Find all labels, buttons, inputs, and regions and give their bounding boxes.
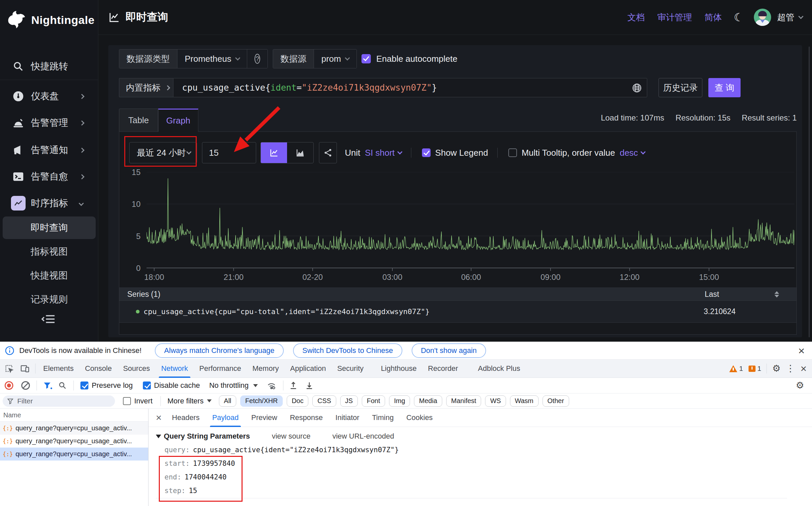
filter-type-other[interactable]: Other [542, 396, 569, 407]
sidebar-item-dashboards[interactable]: 仪表盘 [0, 84, 98, 109]
disable-cache-checkbox[interactable] [143, 382, 151, 390]
tab-sources[interactable]: Sources [117, 359, 155, 378]
request-row[interactable]: {:} query_range?query=cpu_usage_activ... [0, 422, 148, 435]
language-link[interactable]: 简体 [705, 12, 722, 23]
show-legend-checkbox[interactable] [422, 148, 431, 157]
filter-type-font[interactable]: Font [362, 396, 385, 407]
dark-mode-moon-icon[interactable]: ☾ [734, 11, 744, 24]
match-chrome-language-button[interactable]: Always match Chrome's language [155, 343, 284, 358]
network-conditions-icon[interactable] [267, 381, 277, 391]
datasource-help-button[interactable]: ? [247, 50, 268, 68]
settings-gear-icon[interactable]: ⚙ [772, 364, 781, 373]
tab-lighthouse[interactable]: Lighthouse [375, 359, 422, 378]
scrollbar[interactable] [809, 47, 810, 337]
sidebar-item-time-series-metrics[interactable]: 时序指标 [0, 190, 98, 216]
tab-adblock-plus[interactable]: Adblock Plus [472, 359, 526, 378]
tab-memory[interactable]: Memory [247, 359, 284, 378]
chart-plot[interactable] [147, 172, 794, 268]
sidebar-item-alert-selfhealing[interactable]: 告警自愈 [0, 164, 98, 189]
filter-type-all[interactable]: All [219, 396, 236, 407]
network-settings-gear-icon[interactable]: ⚙ [796, 381, 804, 390]
device-toolbar-icon[interactable] [20, 363, 30, 373]
throttling-select[interactable]: No throttling [209, 381, 249, 390]
kebab-menu-icon[interactable]: ⋮ [786, 364, 795, 373]
filter-type-fetchxhr-selected[interactable]: Fetch/XHR [240, 396, 283, 407]
last-column-header[interactable]: Last [705, 290, 719, 299]
query-string-section-header[interactable]: Query String Parameters view source view… [156, 430, 812, 443]
share-button[interactable] [319, 142, 337, 163]
detail-tab-payload-active[interactable]: Payload [206, 409, 245, 427]
network-search-icon[interactable] [58, 381, 67, 390]
datasource-type-select[interactable]: Prometheus [177, 50, 247, 68]
detail-tab-response[interactable]: Response [283, 409, 329, 427]
filter-type-doc[interactable]: Doc [287, 396, 309, 407]
switch-devtools-chinese-button[interactable]: Switch DevTools to Chinese [293, 343, 402, 358]
tab-application[interactable]: Application [284, 359, 331, 378]
tab-console[interactable]: Console [79, 359, 118, 378]
audit-link[interactable]: 审计管理 [658, 12, 692, 23]
tab-table[interactable]: Table [119, 108, 158, 132]
clear-icon[interactable] [21, 381, 30, 390]
builtin-metrics-button[interactable]: 内置指标 [119, 78, 173, 97]
filter-type-css[interactable]: CSS [312, 396, 336, 407]
more-filters-button[interactable]: More filters [167, 397, 204, 405]
issues-badge[interactable]: 1 [748, 364, 761, 372]
view-url-encoded-button[interactable]: view URL-encoded [332, 432, 394, 441]
view-source-button[interactable]: view source [272, 432, 310, 441]
username[interactable]: 超管 [777, 12, 794, 23]
area-chart-toggle[interactable] [287, 143, 313, 163]
tab-graph-active[interactable]: Graph [158, 108, 198, 132]
invert-checkbox[interactable] [123, 397, 131, 405]
filter-type-img[interactable]: Img [389, 396, 410, 407]
filter-type-manifest[interactable]: Manifest [446, 396, 482, 407]
detail-tab-headers[interactable]: Headers [166, 409, 206, 427]
tab-network-active[interactable]: Network [155, 359, 194, 378]
devtools-close-icon[interactable]: × [800, 363, 807, 374]
sidebar-item-quick-jump[interactable]: 快捷跳转 [0, 57, 98, 76]
avatar[interactable] [754, 9, 771, 26]
nightingale-logo[interactable]: Nightingale [4, 8, 95, 32]
multi-tooltip-checkbox[interactable] [508, 148, 517, 157]
globe-icon[interactable] [632, 83, 642, 93]
filter-funnel-icon[interactable] [43, 381, 52, 390]
chevron-down-icon[interactable] [798, 14, 804, 19]
sidebar-item-alert-management[interactable]: 告警管理 [0, 110, 98, 136]
detail-close-icon[interactable]: × [156, 413, 162, 423]
sidebar-subitem-quick-views[interactable]: 快捷视图 [0, 265, 98, 286]
order-select[interactable]: desc [620, 148, 638, 158]
tab-performance[interactable]: Performance [194, 359, 247, 378]
banner-close-icon[interactable]: × [798, 345, 805, 356]
filter-type-wasm[interactable]: Wasm [510, 396, 538, 407]
detail-tab-initiator[interactable]: Initiator [329, 409, 366, 427]
filter-type-media[interactable]: Media [414, 396, 442, 407]
filter-input[interactable]: Filter [3, 396, 115, 407]
request-row[interactable]: {:} query_range?query=cpu_usage_activ... [0, 435, 148, 447]
docs-link[interactable]: 文档 [628, 12, 645, 23]
tab-recorder[interactable]: Recorder [422, 359, 463, 378]
query-button[interactable]: 查 询 [708, 78, 741, 97]
inspect-element-icon[interactable] [4, 363, 14, 373]
record-button[interactable] [5, 381, 13, 390]
warnings-badge[interactable]: 1 [729, 364, 743, 372]
detail-tab-cookies[interactable]: Cookies [400, 409, 439, 427]
series-row[interactable]: cpu_usage_active{cpu="cpu-total",ident="… [119, 301, 796, 323]
preserve-log-checkbox[interactable] [80, 382, 88, 390]
sidebar-subitem-metric-views[interactable]: 指标视图 [0, 241, 98, 262]
sidebar-collapse-icon[interactable] [41, 312, 57, 327]
tab-security[interactable]: Security [331, 359, 369, 378]
datasource-select[interactable]: prom [314, 50, 357, 68]
detail-tab-timing[interactable]: Timing [366, 409, 400, 427]
sidebar-subitem-recording-rules[interactable]: 记录规则 [0, 289, 98, 310]
export-har-icon[interactable] [305, 381, 314, 390]
promql-input[interactable]: cpu_usage_active{ident="iZ2ze4oi71k3qgdx… [173, 78, 647, 97]
tab-elements[interactable]: Elements [38, 359, 79, 378]
filter-type-ws[interactable]: WS [485, 396, 506, 407]
import-har-icon[interactable] [289, 381, 298, 390]
request-row-selected[interactable]: {:} query_range?query=cpu_usage_activ... [0, 447, 148, 460]
unit-select[interactable]: SI short [365, 148, 395, 158]
detail-tab-preview[interactable]: Preview [245, 409, 283, 427]
sort-icon[interactable] [774, 291, 779, 298]
filter-type-js[interactable]: JS [340, 396, 358, 407]
name-column-header[interactable]: Name [0, 409, 148, 422]
autocomplete-checkbox[interactable] [362, 54, 371, 63]
